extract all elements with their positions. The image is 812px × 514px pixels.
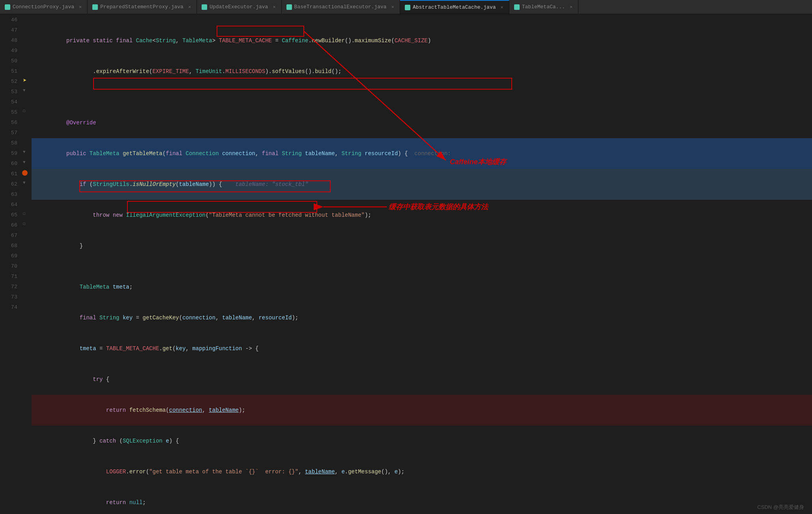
tab-label: ConnectionProxy.java bbox=[13, 4, 74, 10]
tab-table-meta-cache[interactable]: TableMetaCa... ✕ bbox=[509, 0, 578, 14]
watermark: CSDN @亮亮爱健身 bbox=[757, 504, 804, 511]
close-icon[interactable]: ✕ bbox=[500, 4, 504, 10]
fold-icon-5[interactable]: ▼ bbox=[23, 179, 26, 186]
tab-abstract-table-meta-cache[interactable]: AbstractTableMetaCache.java ✕ bbox=[400, 0, 509, 14]
tab-bar: ConnectionProxy.java ✕ PreparedStatement… bbox=[0, 0, 812, 14]
code-line-56 bbox=[32, 261, 812, 272]
tab-label: PreparedStatementProxy.java bbox=[100, 4, 183, 10]
tab-icon bbox=[202, 4, 207, 10]
tab-label: AbstractTableMetaCache.java bbox=[413, 4, 496, 10]
code-line-46 bbox=[32, 15, 812, 25]
fold-icon-3[interactable]: ▼ bbox=[23, 148, 26, 155]
fold-icon-6[interactable]: ◻ bbox=[23, 210, 26, 216]
tab-connection-proxy[interactable]: ConnectionProxy.java ✕ bbox=[0, 0, 88, 14]
tab-icon bbox=[405, 5, 410, 10]
close-icon[interactable]: ✕ bbox=[391, 4, 395, 10]
close-icon[interactable]: ✕ bbox=[272, 4, 276, 10]
code-line-48: .expireAfterWrite(EXPIRE_TIME, TimeUnit.… bbox=[32, 56, 812, 87]
code-content[interactable]: Caffeine本地缓存 缓存中获取表元数据的具体方法 private stat… bbox=[32, 14, 812, 514]
code-line-59: tmeta = TABLE_META_CACHE.get(key, mappin… bbox=[32, 333, 812, 364]
tab-icon bbox=[92, 4, 98, 10]
tab-label: TableMetaCa... bbox=[522, 4, 565, 10]
fold-icon[interactable]: ▼ bbox=[23, 87, 26, 93]
code-line-62: } catch (SQLException e) { bbox=[32, 426, 812, 456]
tab-icon bbox=[5, 4, 10, 10]
tab-icon bbox=[514, 4, 520, 10]
code-line-49 bbox=[32, 87, 812, 97]
line-numbers: 46 47 48 49 50 51 52 53 54 55 56 57 58 5… bbox=[0, 14, 21, 514]
tab-prepared-statement-proxy[interactable]: PreparedStatementProxy.java ✕ bbox=[88, 0, 197, 14]
fold-icon-7[interactable]: ◻ bbox=[23, 220, 26, 227]
code-line-50 bbox=[32, 97, 812, 107]
close-icon[interactable]: ✕ bbox=[78, 4, 82, 10]
code-line-57: TableMeta tmeta; bbox=[32, 272, 812, 302]
fold-icon-4[interactable]: ▼ bbox=[23, 159, 26, 165]
tab-update-executor[interactable]: UpdateExecutor.java ✕ bbox=[197, 0, 281, 14]
code-line-63: LOGGER.error("get table meta of the tabl… bbox=[32, 456, 812, 487]
code-line-60: try { bbox=[32, 364, 812, 395]
breakpoint-icon[interactable] bbox=[22, 170, 28, 177]
tab-label: UpdateExecutor.java bbox=[210, 4, 268, 10]
code-line-54: throw new IllegalArgumentException("Tabl… bbox=[32, 200, 812, 231]
code-line-47: private static final Cache<String, Table… bbox=[32, 25, 812, 56]
code-line-53: if (StringUtils.isNullOrEmpty(tableName)… bbox=[32, 169, 812, 200]
debug-arrow-icon: ➤ bbox=[23, 77, 27, 84]
code-line-64: return null; bbox=[32, 487, 812, 514]
code-line-51: @Override bbox=[32, 107, 812, 138]
code-line-61: return fetchSchema(connection, tableName… bbox=[32, 395, 812, 426]
code-line-55: } bbox=[32, 231, 812, 261]
code-area: 46 47 48 49 50 51 52 53 54 55 56 57 58 5… bbox=[0, 14, 812, 514]
tab-label: BaseTransactionalExecutor.java bbox=[294, 4, 387, 10]
fold-icon-2[interactable]: ◻ bbox=[23, 107, 26, 114]
tab-base-transactional-executor[interactable]: BaseTransactionalExecutor.java ✕ bbox=[282, 0, 400, 14]
gutter: ➤ ▼ ◻ ▼ ▼ ▼ ◻ ◻ bbox=[21, 14, 32, 514]
close-icon[interactable]: ✕ bbox=[569, 4, 573, 10]
close-icon[interactable]: ✕ bbox=[187, 4, 192, 10]
code-line-58: final String key = getCacheKey(connectio… bbox=[32, 302, 812, 333]
tab-icon bbox=[286, 4, 292, 10]
code-line-52: public TableMeta getTableMeta(final Conn… bbox=[32, 138, 812, 169]
